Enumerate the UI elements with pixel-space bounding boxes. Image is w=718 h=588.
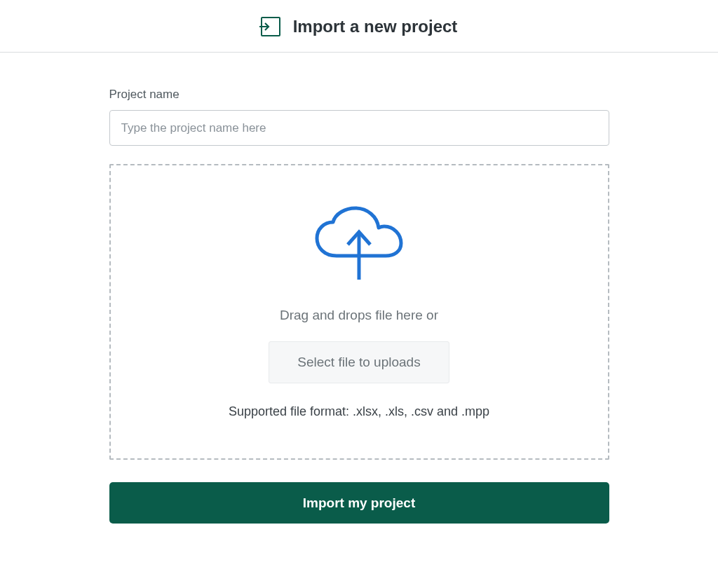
select-file-button[interactable]: Select file to uploads bbox=[269, 341, 449, 383]
import-project-button[interactable]: Import my project bbox=[109, 482, 609, 524]
content-area: Project name Drag and drops file here or… bbox=[109, 53, 609, 524]
import-icon bbox=[261, 17, 280, 36]
cloud-upload-icon bbox=[310, 205, 408, 287]
project-name-label: Project name bbox=[109, 88, 609, 102]
project-name-input[interactable] bbox=[109, 110, 609, 146]
file-dropzone[interactable]: Drag and drops file here or Select file … bbox=[109, 164, 609, 460]
page-header: Import a new project bbox=[0, 0, 718, 53]
dropzone-instruction: Drag and drops file here or bbox=[280, 308, 438, 323]
supported-formats-text: Supported file format: .xlsx, .xls, .csv… bbox=[229, 404, 489, 419]
page-title: Import a new project bbox=[293, 17, 458, 36]
